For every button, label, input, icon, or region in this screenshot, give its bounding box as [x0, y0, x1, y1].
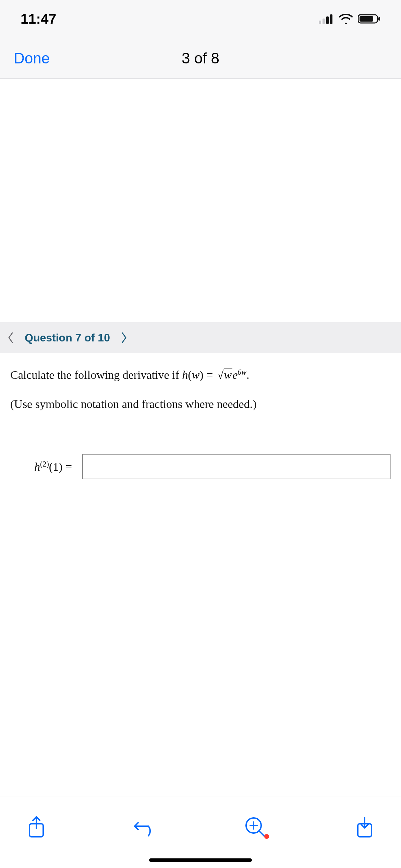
nav-bar: Done 3 of 8 — [0, 38, 401, 79]
svg-rect-3 — [330, 14, 332, 24]
svg-rect-1 — [323, 19, 325, 24]
bottom-toolbar — [0, 796, 401, 858]
math-e: e — [232, 369, 238, 381]
problem-prefix: Calculate the following derivative if — [10, 369, 182, 381]
paren-close-eq: ) = — [199, 369, 216, 381]
math-exp: 6w — [238, 368, 246, 376]
period: . — [246, 369, 250, 381]
svg-rect-2 — [326, 16, 329, 24]
answer-h: h — [34, 460, 40, 473]
sqrt-w: w — [224, 369, 232, 381]
svg-rect-0 — [319, 21, 321, 24]
content-area: Question 7 of 10 Calculate the following… — [0, 79, 401, 796]
nav-title: 3 of 8 — [182, 50, 219, 67]
download-button[interactable] — [352, 815, 377, 840]
share-button[interactable] — [24, 815, 49, 840]
status-icons — [319, 14, 380, 24]
home-indicator[interactable] — [149, 858, 252, 862]
problem-note: (Use symbolic notation and fractions whe… — [10, 395, 391, 413]
problem-text: Calculate the following derivative if h(… — [0, 353, 401, 479]
done-button[interactable]: Done — [14, 50, 50, 67]
sqrt-expr: √w — [216, 366, 232, 384]
status-time: 11:47 — [21, 11, 57, 27]
paren-open: ( — [188, 369, 192, 381]
wifi-icon — [339, 14, 353, 24]
problem-statement: Calculate the following derivative if h(… — [10, 366, 391, 384]
zoom-in-button[interactable] — [243, 815, 268, 840]
prev-question-button[interactable] — [7, 331, 14, 344]
question-nav-bar: Question 7 of 10 — [0, 322, 401, 353]
undo-button[interactable] — [133, 815, 158, 840]
math-h: h — [182, 369, 188, 381]
answer-arg: (1) = — [49, 460, 72, 473]
answer-row: h(2)(1) = — [10, 454, 391, 479]
answer-input[interactable] — [82, 454, 391, 479]
status-bar: 11:47 — [0, 0, 401, 38]
cellular-icon — [319, 14, 334, 24]
answer-sup: (2) — [40, 459, 49, 468]
answer-label: h(2)(1) = — [34, 458, 72, 475]
notification-dot-icon — [264, 834, 269, 839]
svg-rect-6 — [360, 16, 373, 22]
next-question-button[interactable] — [120, 331, 128, 344]
svg-rect-7 — [378, 17, 380, 21]
battery-icon — [358, 14, 380, 24]
math-w: w — [192, 369, 200, 381]
question-label: Question 7 of 10 — [25, 331, 110, 344]
